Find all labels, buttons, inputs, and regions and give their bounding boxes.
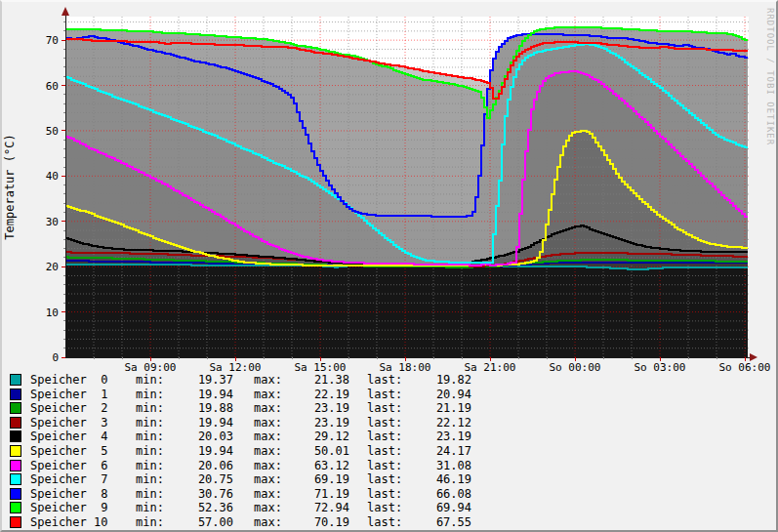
legend-last-value: 23.19 bbox=[403, 430, 471, 443]
legend-last-value: 66.08 bbox=[403, 487, 471, 501]
legend-swatch bbox=[10, 516, 21, 528]
x-tick-label: Sa 18:00 bbox=[380, 361, 431, 373]
legend-last-value: 46.19 bbox=[403, 472, 471, 486]
y-tick-label: 40 bbox=[46, 170, 59, 183]
legend-series-name: Speicher 2 bbox=[30, 401, 136, 415]
y-tick-label: 70 bbox=[46, 34, 59, 47]
legend-min-label: min: bbox=[136, 515, 165, 529]
legend-swatch bbox=[10, 402, 21, 414]
legend-row: Speicher 7min:20.75max:69.19last:46.19 bbox=[2, 472, 776, 487]
x-tick-label: Sa 09:00 bbox=[125, 361, 177, 373]
legend-max-value: 63.12 bbox=[283, 459, 349, 472]
legend-last-value: 69.94 bbox=[403, 501, 471, 514]
legend-min-value: 57.00 bbox=[165, 515, 233, 529]
y-tick-label: 20 bbox=[46, 261, 59, 273]
legend-last-label: last: bbox=[367, 388, 403, 401]
y-tick-label: 10 bbox=[46, 307, 59, 319]
legend-series-name: Speicher 1 bbox=[30, 388, 136, 401]
legend-last-value: 21.19 bbox=[403, 401, 471, 415]
legend-max-value: 70.19 bbox=[283, 515, 349, 529]
legend-row: Speicher 0min:19.37max:21.38last:19.82 bbox=[2, 373, 776, 388]
legend-max-label: max: bbox=[254, 416, 283, 430]
legend-series-name: Speicher 4 bbox=[30, 430, 136, 443]
legend-min-label: min: bbox=[136, 472, 165, 486]
legend-min-value: 19.88 bbox=[165, 401, 233, 415]
legend-row: Speicher 9min:52.36max:72.94last:69.94 bbox=[2, 501, 776, 515]
legend-swatch bbox=[10, 502, 21, 513]
legend-series-name: Speicher 8 bbox=[30, 487, 136, 501]
legend-max-value: 22.19 bbox=[283, 388, 349, 401]
y-tick-label: 30 bbox=[46, 216, 59, 228]
legend-min-value: 19.94 bbox=[165, 388, 233, 401]
legend-row: Speicher 8min:30.76max:71.19last:66.08 bbox=[2, 486, 776, 501]
area-speicher-0 bbox=[65, 265, 748, 357]
x-tick-label: So 06:00 bbox=[719, 361, 771, 373]
legend-last-label: last: bbox=[367, 373, 403, 387]
legend-row: Speicher 2min:19.88max:23.19last:21.19 bbox=[2, 401, 776, 416]
legend-row: Speicher 3min:19.94max:23.19last:22.12 bbox=[2, 416, 776, 430]
legend-min-label: min: bbox=[136, 444, 165, 458]
legend-series-name: Speicher 5 bbox=[30, 444, 136, 458]
legend-max-label: max: bbox=[254, 388, 283, 401]
legend-min-label: min: bbox=[136, 373, 165, 387]
legend-min-value: 19.94 bbox=[165, 416, 233, 430]
legend-row: Speicher 10min:57.00max:70.19last:67.55 bbox=[2, 514, 776, 529]
legend-min-value: 19.94 bbox=[165, 444, 233, 458]
x-tick-label: Sa 15:00 bbox=[295, 361, 347, 373]
legend-series-name: Speicher 3 bbox=[30, 416, 136, 430]
legend-series-name: Speicher 9 bbox=[30, 501, 136, 514]
legend-series-name: Speicher 10 bbox=[30, 515, 136, 529]
legend-max-value: 23.19 bbox=[283, 416, 349, 430]
legend-max-value: 50.01 bbox=[283, 444, 349, 458]
legend-last-label: last: bbox=[367, 416, 403, 430]
x-tick-label: So 03:00 bbox=[635, 361, 686, 373]
legend-last-label: last: bbox=[367, 487, 403, 501]
legend-last-value: 24.17 bbox=[403, 444, 471, 458]
legend-min-label: min: bbox=[136, 401, 165, 415]
legend-min-value: 19.37 bbox=[165, 373, 233, 387]
legend-max-label: max: bbox=[254, 515, 283, 529]
legend: Speicher 0min:19.37max:21.38last:19.82Sp… bbox=[2, 373, 776, 529]
legend-min-label: min: bbox=[136, 487, 165, 501]
legend-swatch bbox=[10, 473, 21, 485]
legend-last-value: 19.82 bbox=[403, 373, 471, 387]
legend-last-label: last: bbox=[367, 444, 403, 458]
legend-last-label: last: bbox=[367, 501, 403, 514]
legend-max-label: max: bbox=[254, 472, 283, 486]
legend-max-label: max: bbox=[254, 487, 283, 501]
legend-swatch bbox=[10, 445, 21, 457]
legend-swatch bbox=[10, 374, 21, 386]
legend-last-value: 20.94 bbox=[403, 388, 471, 401]
x-tick-label: Sa 12:00 bbox=[210, 361, 262, 373]
legend-min-value: 20.75 bbox=[165, 472, 233, 486]
watermark: RRDTOOL / TOBI OETIKER bbox=[765, 8, 775, 145]
legend-swatch bbox=[10, 488, 21, 500]
legend-min-label: min: bbox=[136, 459, 165, 472]
y-axis-title: Temperatur (°C) bbox=[3, 134, 17, 239]
legend-max-value: 29.12 bbox=[283, 430, 349, 443]
y-tick-label: 60 bbox=[46, 80, 59, 93]
legend-row: Speicher 5min:19.94max:50.01last:24.17 bbox=[2, 444, 776, 459]
legend-max-label: max: bbox=[254, 459, 283, 472]
legend-swatch bbox=[10, 460, 21, 471]
legend-series-name: Speicher 0 bbox=[30, 373, 136, 387]
x-tick-label: Sa 21:00 bbox=[465, 361, 516, 373]
legend-swatch bbox=[10, 430, 21, 442]
legend-swatch bbox=[10, 389, 21, 400]
y-tick-label: 50 bbox=[46, 125, 59, 138]
legend-min-value: 30.76 bbox=[165, 487, 233, 501]
legend-min-label: min: bbox=[136, 501, 165, 514]
legend-min-label: min: bbox=[136, 416, 165, 430]
x-tick-label: So 00:00 bbox=[550, 361, 601, 373]
legend-max-label: max: bbox=[254, 401, 283, 415]
legend-max-value: 69.19 bbox=[283, 472, 349, 486]
legend-series-name: Speicher 7 bbox=[30, 472, 136, 486]
legend-min-label: min: bbox=[136, 430, 165, 443]
legend-min-value: 20.03 bbox=[165, 430, 233, 443]
legend-max-value: 21.38 bbox=[283, 373, 349, 387]
legend-series-name: Speicher 6 bbox=[30, 459, 136, 472]
legend-row: Speicher 1min:19.94max:22.19last:20.94 bbox=[2, 388, 776, 402]
temperature-chart: 010203040506070Sa 09:00Sa 12:00Sa 15:00S… bbox=[2, 2, 778, 373]
y-tick-label: 0 bbox=[52, 351, 59, 364]
legend-last-value: 67.55 bbox=[403, 515, 471, 529]
